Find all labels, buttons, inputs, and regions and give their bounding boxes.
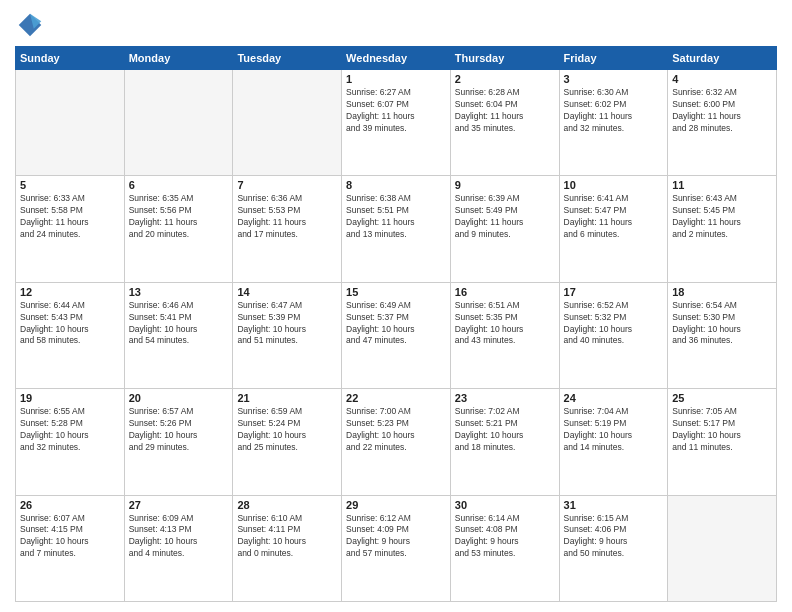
day-number: 19	[20, 392, 120, 404]
calendar-cell: 24Sunrise: 7:04 AMSunset: 5:19 PMDayligh…	[559, 389, 668, 495]
day-number: 29	[346, 499, 446, 511]
week-row-3: 12Sunrise: 6:44 AMSunset: 5:43 PMDayligh…	[16, 282, 777, 388]
weekday-header-tuesday: Tuesday	[233, 47, 342, 70]
day-number: 24	[564, 392, 664, 404]
calendar-cell: 18Sunrise: 6:54 AMSunset: 5:30 PMDayligh…	[668, 282, 777, 388]
day-info: Sunrise: 6:39 AMSunset: 5:49 PMDaylight:…	[455, 193, 555, 241]
day-info: Sunrise: 6:59 AMSunset: 5:24 PMDaylight:…	[237, 406, 337, 454]
calendar-cell: 17Sunrise: 6:52 AMSunset: 5:32 PMDayligh…	[559, 282, 668, 388]
day-number: 2	[455, 73, 555, 85]
calendar-cell: 28Sunrise: 6:10 AMSunset: 4:11 PMDayligh…	[233, 495, 342, 601]
weekday-header-row: SundayMondayTuesdayWednesdayThursdayFrid…	[16, 47, 777, 70]
day-info: Sunrise: 6:09 AMSunset: 4:13 PMDaylight:…	[129, 513, 229, 561]
day-number: 28	[237, 499, 337, 511]
calendar-cell: 29Sunrise: 6:12 AMSunset: 4:09 PMDayligh…	[342, 495, 451, 601]
day-number: 12	[20, 286, 120, 298]
calendar-cell: 19Sunrise: 6:55 AMSunset: 5:28 PMDayligh…	[16, 389, 125, 495]
day-info: Sunrise: 6:51 AMSunset: 5:35 PMDaylight:…	[455, 300, 555, 348]
day-number: 22	[346, 392, 446, 404]
day-info: Sunrise: 6:35 AMSunset: 5:56 PMDaylight:…	[129, 193, 229, 241]
day-number: 16	[455, 286, 555, 298]
day-info: Sunrise: 6:52 AMSunset: 5:32 PMDaylight:…	[564, 300, 664, 348]
day-number: 13	[129, 286, 229, 298]
day-number: 10	[564, 179, 664, 191]
calendar-cell: 31Sunrise: 6:15 AMSunset: 4:06 PMDayligh…	[559, 495, 668, 601]
day-number: 25	[672, 392, 772, 404]
day-info: Sunrise: 6:46 AMSunset: 5:41 PMDaylight:…	[129, 300, 229, 348]
day-number: 7	[237, 179, 337, 191]
week-row-4: 19Sunrise: 6:55 AMSunset: 5:28 PMDayligh…	[16, 389, 777, 495]
header	[15, 10, 777, 40]
day-info: Sunrise: 6:57 AMSunset: 5:26 PMDaylight:…	[129, 406, 229, 454]
calendar-cell	[124, 70, 233, 176]
day-number: 23	[455, 392, 555, 404]
day-number: 27	[129, 499, 229, 511]
calendar-cell: 5Sunrise: 6:33 AMSunset: 5:58 PMDaylight…	[16, 176, 125, 282]
day-number: 18	[672, 286, 772, 298]
day-info: Sunrise: 6:07 AMSunset: 4:15 PMDaylight:…	[20, 513, 120, 561]
calendar-cell: 8Sunrise: 6:38 AMSunset: 5:51 PMDaylight…	[342, 176, 451, 282]
logo-icon	[15, 10, 45, 40]
weekday-header-wednesday: Wednesday	[342, 47, 451, 70]
day-number: 9	[455, 179, 555, 191]
day-number: 20	[129, 392, 229, 404]
day-info: Sunrise: 6:27 AMSunset: 6:07 PMDaylight:…	[346, 87, 446, 135]
calendar-cell: 11Sunrise: 6:43 AMSunset: 5:45 PMDayligh…	[668, 176, 777, 282]
day-info: Sunrise: 6:49 AMSunset: 5:37 PMDaylight:…	[346, 300, 446, 348]
day-info: Sunrise: 6:28 AMSunset: 6:04 PMDaylight:…	[455, 87, 555, 135]
calendar-cell	[16, 70, 125, 176]
calendar-cell: 15Sunrise: 6:49 AMSunset: 5:37 PMDayligh…	[342, 282, 451, 388]
day-number: 17	[564, 286, 664, 298]
calendar-cell: 25Sunrise: 7:05 AMSunset: 5:17 PMDayligh…	[668, 389, 777, 495]
day-info: Sunrise: 6:33 AMSunset: 5:58 PMDaylight:…	[20, 193, 120, 241]
calendar-cell: 30Sunrise: 6:14 AMSunset: 4:08 PMDayligh…	[450, 495, 559, 601]
day-info: Sunrise: 7:00 AMSunset: 5:23 PMDaylight:…	[346, 406, 446, 454]
calendar-cell: 1Sunrise: 6:27 AMSunset: 6:07 PMDaylight…	[342, 70, 451, 176]
week-row-2: 5Sunrise: 6:33 AMSunset: 5:58 PMDaylight…	[16, 176, 777, 282]
calendar-table: SundayMondayTuesdayWednesdayThursdayFrid…	[15, 46, 777, 602]
weekday-header-sunday: Sunday	[16, 47, 125, 70]
calendar-cell	[668, 495, 777, 601]
page: SundayMondayTuesdayWednesdayThursdayFrid…	[0, 0, 792, 612]
calendar-cell: 27Sunrise: 6:09 AMSunset: 4:13 PMDayligh…	[124, 495, 233, 601]
calendar-cell: 13Sunrise: 6:46 AMSunset: 5:41 PMDayligh…	[124, 282, 233, 388]
calendar-cell: 7Sunrise: 6:36 AMSunset: 5:53 PMDaylight…	[233, 176, 342, 282]
calendar-cell: 3Sunrise: 6:30 AMSunset: 6:02 PMDaylight…	[559, 70, 668, 176]
day-number: 11	[672, 179, 772, 191]
weekday-header-friday: Friday	[559, 47, 668, 70]
day-info: Sunrise: 7:04 AMSunset: 5:19 PMDaylight:…	[564, 406, 664, 454]
day-info: Sunrise: 6:38 AMSunset: 5:51 PMDaylight:…	[346, 193, 446, 241]
calendar-cell: 26Sunrise: 6:07 AMSunset: 4:15 PMDayligh…	[16, 495, 125, 601]
day-info: Sunrise: 6:54 AMSunset: 5:30 PMDaylight:…	[672, 300, 772, 348]
calendar-cell: 9Sunrise: 6:39 AMSunset: 5:49 PMDaylight…	[450, 176, 559, 282]
calendar-cell: 10Sunrise: 6:41 AMSunset: 5:47 PMDayligh…	[559, 176, 668, 282]
day-info: Sunrise: 6:41 AMSunset: 5:47 PMDaylight:…	[564, 193, 664, 241]
calendar-cell: 23Sunrise: 7:02 AMSunset: 5:21 PMDayligh…	[450, 389, 559, 495]
day-number: 31	[564, 499, 664, 511]
weekday-header-thursday: Thursday	[450, 47, 559, 70]
day-info: Sunrise: 7:02 AMSunset: 5:21 PMDaylight:…	[455, 406, 555, 454]
svg-marker-0	[19, 14, 42, 37]
day-info: Sunrise: 6:43 AMSunset: 5:45 PMDaylight:…	[672, 193, 772, 241]
day-info: Sunrise: 6:32 AMSunset: 6:00 PMDaylight:…	[672, 87, 772, 135]
calendar-cell: 6Sunrise: 6:35 AMSunset: 5:56 PMDaylight…	[124, 176, 233, 282]
day-number: 21	[237, 392, 337, 404]
calendar-cell: 12Sunrise: 6:44 AMSunset: 5:43 PMDayligh…	[16, 282, 125, 388]
day-number: 6	[129, 179, 229, 191]
weekday-header-monday: Monday	[124, 47, 233, 70]
calendar-cell: 4Sunrise: 6:32 AMSunset: 6:00 PMDaylight…	[668, 70, 777, 176]
day-info: Sunrise: 6:47 AMSunset: 5:39 PMDaylight:…	[237, 300, 337, 348]
calendar-cell: 2Sunrise: 6:28 AMSunset: 6:04 PMDaylight…	[450, 70, 559, 176]
day-info: Sunrise: 6:30 AMSunset: 6:02 PMDaylight:…	[564, 87, 664, 135]
day-info: Sunrise: 6:12 AMSunset: 4:09 PMDaylight:…	[346, 513, 446, 561]
day-info: Sunrise: 6:44 AMSunset: 5:43 PMDaylight:…	[20, 300, 120, 348]
calendar-cell: 16Sunrise: 6:51 AMSunset: 5:35 PMDayligh…	[450, 282, 559, 388]
day-info: Sunrise: 6:14 AMSunset: 4:08 PMDaylight:…	[455, 513, 555, 561]
calendar-cell	[233, 70, 342, 176]
weekday-header-saturday: Saturday	[668, 47, 777, 70]
calendar-cell: 20Sunrise: 6:57 AMSunset: 5:26 PMDayligh…	[124, 389, 233, 495]
day-info: Sunrise: 6:10 AMSunset: 4:11 PMDaylight:…	[237, 513, 337, 561]
day-number: 26	[20, 499, 120, 511]
day-number: 5	[20, 179, 120, 191]
day-info: Sunrise: 6:55 AMSunset: 5:28 PMDaylight:…	[20, 406, 120, 454]
